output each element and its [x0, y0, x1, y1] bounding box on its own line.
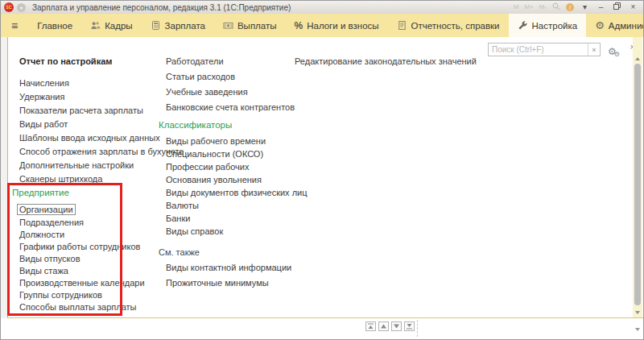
settings-link[interactable]: Удержания: [19, 92, 64, 102]
hamburger-menu-button[interactable]: ≡: [1, 14, 28, 37]
settings-link[interactable]: Банковские счета контрагентов: [166, 102, 295, 112]
settings-link[interactable]: Шаблоны ввода исходных данных: [19, 133, 160, 143]
settings-link[interactable]: Группы сотрудников: [19, 290, 102, 300]
tab-payments[interactable]: Выплаты: [214, 14, 286, 37]
search-clear-icon[interactable]: ×: [588, 44, 600, 56]
settings-link[interactable]: Показатели расчета зарплаты: [19, 106, 143, 115]
settings-link[interactable]: Прожиточные минимумы: [166, 278, 269, 288]
settings-link[interactable]: Должности: [19, 230, 64, 239]
close-window-button[interactable]: ×: [628, 2, 638, 12]
left-splitter[interactable]: [1, 37, 8, 318]
scrollbar-up-icon[interactable]: [635, 57, 640, 60]
scroll-to-bottom-button[interactable]: [404, 321, 415, 331]
settings-link[interactable]: Виды стажа: [19, 266, 68, 276]
settings-link[interactable]: Виды контактной информации: [166, 263, 291, 272]
settings-link[interactable]: Валюты: [166, 201, 199, 210]
title-bar: 1С ▾ Зарплата и управление персоналом, р…: [1, 1, 643, 14]
minimize-button[interactable]: –: [596, 2, 606, 12]
settings-link[interactable]: Подразделения: [19, 218, 84, 227]
memory-m-minus-button[interactable]: М-: [539, 3, 547, 11]
zoom-icon[interactable]: [552, 2, 560, 13]
tab-main[interactable]: Главное: [28, 14, 81, 37]
memory-m-plus-button[interactable]: М+: [524, 3, 533, 11]
titlebar-toolbar: М М+ М- i ▾ – ×: [514, 2, 640, 13]
section-header-classifiers: Классификаторы: [159, 120, 308, 131]
settings-link[interactable]: Производственные календари: [19, 278, 145, 288]
memory-m-button[interactable]: М: [514, 3, 519, 11]
settings-link[interactable]: Банки: [166, 214, 190, 223]
calculator-icon: [151, 20, 161, 31]
search-input[interactable]: [489, 44, 588, 56]
scrollbar-thumb[interactable]: [634, 64, 641, 305]
settings-link[interactable]: Виды справок: [166, 226, 223, 236]
section-tabbar: ≡ Главное Кадры Зарплата Выплаты % Налог…: [1, 14, 643, 37]
app-window: 1С ▾ Зарплата и управление персоналом, р…: [0, 0, 644, 340]
main-menu-button[interactable]: ▾: [17, 3, 26, 12]
info-icon[interactable]: i: [566, 3, 574, 11]
column-legislative: Редактирование законодательных значений: [295, 56, 477, 70]
scroll-nav-buttons: [365, 321, 415, 331]
percent-icon: %: [295, 20, 303, 31]
column-classifiers: Работодатели Статьи расходов Учебные зав…: [159, 56, 308, 293]
settings-link[interactable]: Способы выплаты зарплаты: [19, 302, 137, 312]
settings-link[interactable]: Профессии рабочих: [166, 162, 249, 172]
tab-salary[interactable]: Зарплата: [142, 14, 214, 37]
settings-link[interactable]: Виды документов физических лиц: [166, 188, 308, 197]
vertical-scrollbar[interactable]: [633, 37, 642, 317]
settings-link[interactable]: Редактирование законодательных значений: [295, 56, 477, 66]
titlebar-caret-button[interactable]: ▾: [580, 2, 590, 12]
settings-link[interactable]: Дополнительные настройки: [19, 160, 134, 170]
settings-link[interactable]: Виды работ: [19, 119, 68, 129]
tab-personnel[interactable]: Кадры: [81, 14, 141, 37]
wrench-icon: [518, 20, 528, 31]
form-settings-gears-icon[interactable]: ⚙⚙: [608, 44, 620, 58]
1c-logo-icon: 1С: [4, 2, 14, 12]
settings-link[interactable]: Сканеры штрихкода: [19, 174, 102, 184]
people-icon: [90, 20, 101, 31]
report-icon: [397, 20, 407, 31]
window-title: Зарплата и управление персоналом, редакц…: [32, 3, 291, 12]
settings-link[interactable]: Виды рабочего времени: [166, 136, 266, 146]
settings-link[interactable]: Статьи расходов: [166, 72, 235, 81]
see-also-header: См. также: [159, 247, 308, 257]
settings-link[interactable]: Виды отпусков: [19, 254, 80, 263]
search-box: ×: [488, 43, 601, 56]
scroll-to-top-button[interactable]: [365, 321, 376, 331]
settings-link[interactable]: Работодатели: [166, 56, 224, 66]
bottom-bar: [1, 318, 643, 340]
tab-settings[interactable]: Настройка: [509, 14, 587, 37]
scroll-down-button[interactable]: [391, 321, 402, 331]
settings-link[interactable]: Специальности (ОКСО): [166, 149, 263, 159]
settings-link[interactable]: Учебные заведения: [166, 87, 248, 97]
scroll-up-button[interactable]: [378, 321, 389, 331]
settings-link[interactable]: Начисления: [19, 78, 69, 88]
money-icon: [223, 20, 233, 31]
bottom-scroll-down-icon[interactable]: [635, 328, 640, 331]
scrollbar-down-icon[interactable]: [635, 311, 640, 314]
tab-taxes[interactable]: % Налоги и взносы: [286, 14, 388, 37]
settings-link-focused[interactable]: Организации: [19, 204, 76, 215]
settings-form: × ⚙⚙ × Отчет по настройкам Начисления Уд…: [8, 37, 643, 318]
settings-link[interactable]: Основания увольнения: [166, 175, 262, 185]
gear-icon: ⚙: [595, 20, 605, 31]
tab-administration[interactable]: ⚙ Администрирование: [586, 14, 644, 37]
bottom-divider: [417, 320, 418, 337]
tab-reports[interactable]: Отчетность, справки: [388, 14, 509, 37]
restore-button[interactable]: [612, 2, 622, 12]
settings-link[interactable]: Графики работы сотрудников: [19, 242, 140, 251]
